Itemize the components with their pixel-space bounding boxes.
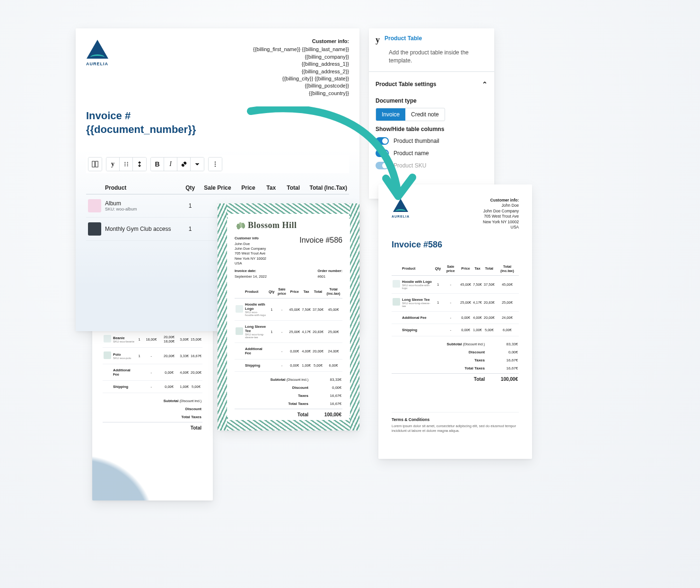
- leaf-icon: [234, 221, 247, 229]
- document-type-invoice[interactable]: Invoice: [376, 108, 405, 121]
- italic-button[interactable]: I: [164, 158, 177, 171]
- svg-point-9: [215, 164, 216, 165]
- brand-logo-aurelia: AURELIA: [392, 198, 410, 230]
- svg-point-7: [127, 166, 128, 167]
- svg-point-4: [124, 164, 125, 165]
- decorative-border: [218, 203, 227, 430]
- product-thumbnail: [236, 327, 243, 335]
- yith-block-icon[interactable]: y: [106, 158, 120, 171]
- toggle-product-name: Product name: [376, 149, 488, 157]
- product-thumbnail: [236, 305, 243, 313]
- document-type-segmented: Invoice Credit note: [376, 108, 445, 121]
- block-type-button[interactable]: [88, 158, 102, 171]
- block-settings-description: Add the product table inside the templat…: [389, 49, 488, 65]
- settings-accordion-header[interactable]: Product Table settings ⌃: [376, 79, 488, 93]
- invoice-number: Invoice #586: [392, 240, 519, 250]
- svg-point-6: [124, 166, 125, 167]
- yith-block-icon: y: [376, 35, 380, 45]
- svg-point-3: [127, 162, 128, 163]
- svg-rect-0: [92, 161, 95, 167]
- toggle-switch[interactable]: [376, 149, 389, 157]
- product-thumbnail: [104, 351, 111, 359]
- document-type-credit-note[interactable]: Credit note: [405, 108, 445, 121]
- terms-body: Lorem ipsum dolor sit amet, consectetur …: [392, 424, 519, 433]
- toggle-product-sku: Product SKU: [376, 162, 488, 169]
- table-row: Hoodie with LogoSKU woo-hoodie-with-logo…: [235, 298, 342, 321]
- terms-heading: Terms & Conditions: [392, 412, 519, 422]
- customer-info-placeholders: Customer info: {{billing_first_name}} {{…: [253, 38, 349, 97]
- invoice-number: Invoice #586: [299, 236, 342, 266]
- toggle-switch[interactable]: [376, 137, 389, 145]
- invoice-preview-blossom-framed: Blossom Hill Customer info John Doe John…: [218, 203, 359, 430]
- showhide-label: Show/Hide table columns: [376, 126, 488, 132]
- table-row: PoloSKU woo-polo1-20,00€3,33€16,67€: [103, 348, 202, 364]
- table-row: Additional Fee-0,00€4,00€20,00€: [103, 364, 202, 381]
- table-row: Shipping-0,00€1,00€5,00€6,00€: [235, 360, 342, 372]
- document-type-label: Document type: [376, 97, 488, 104]
- invoice-totals: Subtotal (Discount incl.)83,33€ Discount…: [392, 340, 519, 384]
- table-row: Shipping-0,00€1,00€5,00€: [103, 381, 202, 393]
- svg-point-10: [215, 166, 216, 167]
- product-thumbnail: [393, 280, 400, 288]
- link-button[interactable]: [177, 158, 191, 171]
- bold-button[interactable]: B: [151, 158, 164, 171]
- options-button[interactable]: [209, 158, 222, 171]
- table-row: Long Sleeve TeeSKU woo-long-sleeve-tee1-…: [392, 293, 519, 311]
- invoice-preview-aurelia: AURELIA Customer info: John Doe John Doe…: [378, 184, 532, 459]
- table-row: Additional Fee-0,00€4,00€20,00€24,00€: [235, 343, 342, 360]
- svg-point-5: [127, 164, 128, 165]
- block-settings-panel: y Product Table Add the product table in…: [369, 28, 494, 199]
- brand-logo-blossom: Blossom Hill: [248, 220, 297, 230]
- more-inline-button[interactable]: [191, 158, 204, 171]
- table-row: Shipping-0,00€1,00€5,00€6,00€: [392, 324, 519, 336]
- product-thumbnail: [393, 298, 400, 306]
- table-row: Long Sleeve TeeSKU woo-long-sleeve-tee1-…: [235, 321, 342, 343]
- svg-point-2: [124, 162, 125, 163]
- invoice-totals: Subtotal (Discount incl.)83,33€ Discount…: [235, 376, 342, 419]
- svg-point-8: [215, 162, 216, 163]
- table-row: Hoodie with LogoSKU woo-hoodie-with-logo…: [392, 275, 519, 293]
- brand-name: AURELIA: [86, 61, 108, 66]
- block-settings-title: Product Table: [385, 35, 422, 42]
- product-thumbnail: [104, 335, 111, 342]
- svg-rect-1: [96, 161, 98, 167]
- table-row: BeanieSKU woo-beanie118,00€20,00€ 18,00€…: [103, 331, 202, 348]
- toggle-switch[interactable]: [376, 162, 389, 169]
- move-arrows-icon[interactable]: [133, 158, 146, 171]
- brand-logo-aurelia: AURELIA: [86, 38, 108, 97]
- table-row: Additional Fee-0,00€4,00€20,00€24,00€: [392, 311, 519, 324]
- invoice-items-table: Product Qty Sale price Price Tax Total T…: [392, 262, 519, 336]
- drag-handle-icon[interactable]: [120, 158, 133, 171]
- customer-info: Customer info John Doe John Doe Company …: [235, 236, 266, 266]
- invoice-totals: Subtotal (Discount incl.) Discount Total…: [103, 397, 202, 432]
- invoice-items-table: Product Qty Sale price Price Tax Total T…: [235, 285, 342, 372]
- chevron-up-icon: ⌃: [482, 80, 488, 88]
- invoice-title-placeholder: Invoice # {{document_number}}: [86, 109, 349, 136]
- block-toolbar: y B I: [86, 155, 349, 173]
- customer-info: Customer info: John Doe John Doe Company…: [483, 198, 519, 230]
- decorative-border: [350, 203, 359, 430]
- product-thumbnail: [88, 222, 101, 236]
- product-thumbnail: [88, 199, 101, 212]
- toggle-product-thumbnail: Product thumbnail: [376, 137, 488, 145]
